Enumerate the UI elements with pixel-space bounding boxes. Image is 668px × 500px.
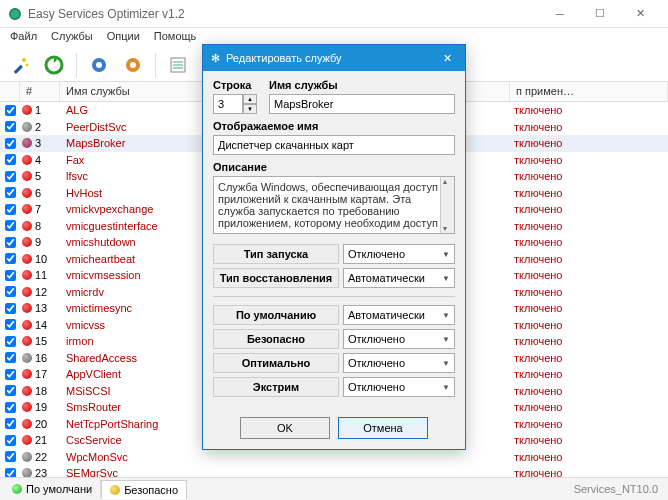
row-checkbox[interactable]	[5, 418, 16, 429]
dialog-titlebar[interactable]: ✻ Редактировать службу ✕	[203, 45, 465, 71]
row-state: тключено	[510, 418, 668, 430]
row-checkbox[interactable]	[5, 204, 16, 215]
table-row[interactable]: 22WpcMonSvcтключено	[0, 449, 668, 466]
status-dot-icon	[22, 353, 32, 363]
row-number: 9	[35, 236, 41, 248]
row-checkbox[interactable]	[5, 336, 16, 347]
close-button[interactable]: ✕	[620, 0, 660, 28]
refresh-button[interactable]	[40, 51, 68, 79]
row-checkbox[interactable]	[5, 220, 16, 231]
row-checkbox[interactable]	[5, 138, 16, 149]
svcname-label: Имя службы	[269, 79, 455, 91]
tab-safe[interactable]: Безопасно	[101, 480, 187, 499]
status-dot-icon	[22, 171, 32, 181]
status-text: Services_NT10.0	[574, 483, 664, 495]
row-number: 16	[35, 352, 47, 364]
display-input[interactable]	[213, 135, 455, 155]
row-state: тключено	[510, 335, 668, 347]
status-dot-icon	[22, 402, 32, 412]
list-button[interactable]	[164, 51, 192, 79]
row-checkbox[interactable]	[5, 352, 16, 363]
row-number: 11	[35, 269, 47, 281]
cancel-button[interactable]: Отмена	[338, 417, 428, 439]
row-checkbox[interactable]	[5, 385, 16, 396]
row-state: тключено	[510, 302, 668, 314]
row-checkbox[interactable]	[5, 253, 16, 264]
svg-point-6	[96, 62, 102, 68]
col-state[interactable]: п примен…	[510, 82, 668, 101]
row-state: тключено	[510, 236, 668, 248]
svg-point-2	[22, 58, 26, 62]
row-number: 5	[35, 170, 41, 182]
row-checkbox[interactable]	[5, 171, 16, 182]
minimize-button[interactable]: ─	[540, 0, 580, 28]
row-number: 7	[35, 203, 41, 215]
desc-textarea[interactable]: Служба Windows, обеспечивающая доступ пр…	[213, 176, 455, 234]
default-combo[interactable]: Автоматически▼	[343, 305, 455, 325]
status-dot-icon	[22, 270, 32, 280]
startup-label: Тип запуска	[213, 244, 339, 264]
row-state: тключено	[510, 451, 668, 463]
row-checkbox[interactable]	[5, 270, 16, 281]
spin-up-icon[interactable]: ▲	[243, 94, 257, 104]
row-number: 3	[35, 137, 41, 149]
maximize-button[interactable]: ☐	[580, 0, 620, 28]
row-checkbox[interactable]	[5, 121, 16, 132]
line-input[interactable]	[213, 94, 243, 114]
spin-down-icon[interactable]: ▼	[243, 104, 257, 114]
svcname-input[interactable]	[269, 94, 455, 114]
extreme-combo[interactable]: Отключено▼	[343, 377, 455, 397]
menu-services[interactable]: Службы	[51, 30, 93, 46]
row-state: тключено	[510, 434, 668, 446]
chevron-down-icon: ▼	[442, 335, 450, 344]
line-spinner[interactable]: ▲▼	[213, 94, 261, 114]
row-number: 14	[35, 319, 47, 331]
row-checkbox[interactable]	[5, 369, 16, 380]
row-checkbox[interactable]	[5, 303, 16, 314]
row-checkbox[interactable]	[5, 435, 16, 446]
display-label: Отображаемое имя	[213, 120, 455, 132]
chevron-down-icon: ▼	[442, 274, 450, 283]
status-dot-icon	[22, 320, 32, 330]
status-dot-icon	[22, 435, 32, 445]
wand-button[interactable]	[6, 51, 34, 79]
restore-label: Тип восстановления	[213, 268, 339, 288]
row-checkbox[interactable]	[5, 187, 16, 198]
row-number: 2	[35, 121, 41, 133]
row-checkbox[interactable]	[5, 402, 16, 413]
scrollbar[interactable]	[440, 177, 454, 233]
col-number[interactable]: #	[20, 82, 60, 101]
row-checkbox[interactable]	[5, 319, 16, 330]
safe-combo[interactable]: Отключено▼	[343, 329, 455, 349]
chevron-down-icon: ▼	[442, 311, 450, 320]
edit-service-dialog: ✻ Редактировать службу ✕ Строка ▲▼ Имя с…	[202, 44, 466, 450]
menu-help[interactable]: Помощь	[154, 30, 197, 46]
tab-default[interactable]: По умолчани	[4, 480, 101, 498]
chevron-down-icon: ▼	[442, 359, 450, 368]
optimal-label: Оптимально	[213, 353, 339, 373]
row-checkbox[interactable]	[5, 286, 16, 297]
startup-combo[interactable]: Отключено▼	[343, 244, 455, 264]
restore-combo[interactable]: Автоматически▼	[343, 268, 455, 288]
status-dot-icon	[22, 105, 32, 115]
gear-orange-button[interactable]	[119, 51, 147, 79]
menu-file[interactable]: Файл	[10, 30, 37, 46]
row-checkbox[interactable]	[5, 105, 16, 116]
optimal-combo[interactable]: Отключено▼	[343, 353, 455, 373]
dialog-title: Редактировать службу	[226, 52, 342, 64]
ok-button[interactable]: OK	[240, 417, 330, 439]
row-state: тключено	[510, 137, 668, 149]
row-checkbox[interactable]	[5, 237, 16, 248]
row-checkbox[interactable]	[5, 451, 16, 462]
row-state: тключено	[510, 269, 668, 281]
status-dot-icon	[22, 204, 32, 214]
row-number: 12	[35, 286, 47, 298]
menu-options[interactable]: Опции	[107, 30, 140, 46]
row-checkbox[interactable]	[5, 154, 16, 165]
row-state: тключено	[510, 121, 668, 133]
svg-point-8	[130, 62, 136, 68]
status-dot-icon	[22, 452, 32, 462]
gear-blue-button[interactable]	[85, 51, 113, 79]
row-number: 1	[35, 104, 41, 116]
dialog-close-icon[interactable]: ✕	[437, 52, 457, 65]
